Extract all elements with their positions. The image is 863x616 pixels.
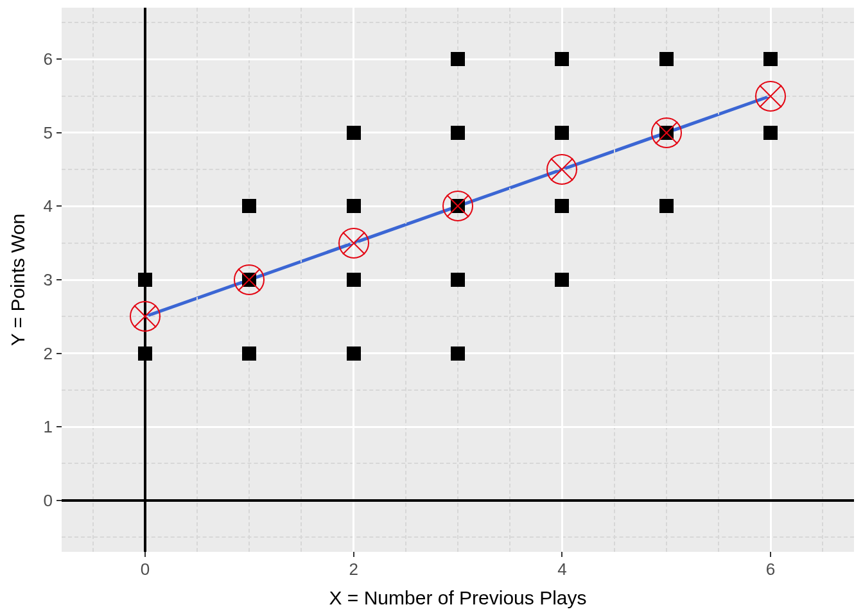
grid-major-h [62,426,854,428]
data-point [451,199,465,213]
data-point [659,126,674,140]
y-tick-label: 6 [44,49,53,69]
data-point [138,273,152,287]
chart: 0246 0123456 X = Number of Previous Play… [0,0,863,616]
data-point [347,126,361,140]
y-tickmark [57,279,62,280]
y-tick-label: 1 [44,417,53,437]
data-point [347,273,361,287]
data-point [555,126,569,140]
data-point [451,346,465,361]
data-point [242,346,256,361]
data-point [555,199,569,213]
x-tickmark [770,552,771,557]
x-tickmark [561,552,562,557]
y-axis-title: Y = Points Won [7,214,29,346]
x-axis-title: X = Number of Previous Plays [329,587,586,609]
y-tickmark [57,205,62,207]
data-point [242,273,256,287]
y-tick-label: 2 [44,343,53,363]
x-tick-label: 2 [349,560,358,579]
data-point [451,273,465,287]
y-tickmark [57,500,62,501]
grid-minor-h [62,536,854,538]
data-point [451,52,465,66]
data-point [347,346,361,361]
grid-minor-h [62,169,854,170]
y-tickmark [57,353,62,354]
data-point [659,199,674,213]
data-point [763,52,778,66]
data-point [763,126,778,140]
x-tick-label: 6 [766,560,775,579]
grid-minor-h [62,316,854,317]
ref-hline-y0 [62,499,854,502]
data-point [555,52,569,66]
y-tick-label: 4 [44,196,53,216]
data-point [242,199,256,213]
y-tickmark [57,132,62,133]
grid-minor-h [62,96,854,97]
y-tick-label: 3 [44,270,53,290]
x-tick-label: 0 [141,560,150,579]
data-point [659,52,674,66]
grid-minor-h [62,389,854,391]
data-point [347,199,361,213]
x-tickmark [144,552,146,557]
y-tickmark [57,58,62,60]
data-point [451,126,465,140]
grid-minor-h [62,22,854,23]
y-tick-label: 5 [44,123,53,142]
data-point [138,346,152,361]
grid-minor-h [62,463,854,464]
y-tick-label: 0 [44,490,53,510]
grid-minor-h [62,243,854,244]
x-tick-label: 4 [557,560,566,579]
data-point [555,273,569,287]
y-tickmark [57,426,62,427]
plot-panel [62,8,854,552]
x-tickmark [353,552,354,557]
